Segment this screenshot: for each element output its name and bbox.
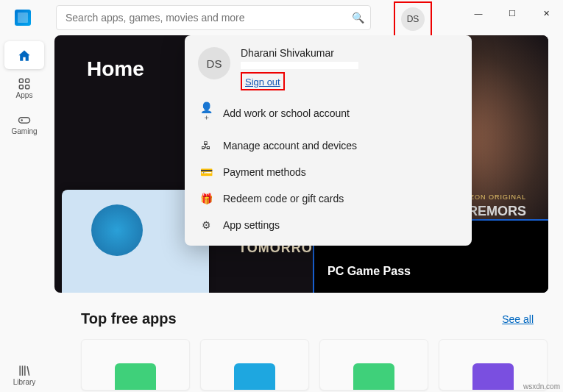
app-tile[interactable] <box>319 339 428 391</box>
minimize-button[interactable]: — <box>461 0 495 26</box>
close-button[interactable]: ✕ <box>529 0 563 26</box>
sidebar-item-label: Apps <box>16 91 33 99</box>
apps-icon <box>17 76 32 91</box>
flyout-row-label: Redeem code or gift cards <box>223 193 344 204</box>
flyout-avatar: DS <box>198 47 230 79</box>
account-flyout: DS Dharani Shivakumar Sign out 👤⁺ Add wo… <box>185 35 472 246</box>
payment-icon: 💳 <box>199 166 213 178</box>
flyout-row-label: Payment methods <box>223 166 306 178</box>
user-avatar-button[interactable]: DS <box>401 7 425 31</box>
avatar-highlight: DS <box>394 1 432 37</box>
app-tile[interactable] <box>81 339 190 391</box>
svg-rect-3 <box>26 85 29 89</box>
sidebar-item-library[interactable]: Library <box>4 356 44 392</box>
maximize-button[interactable]: ☐ <box>495 0 529 26</box>
search-icon[interactable]: 🔍 <box>345 12 370 24</box>
gear-icon: ⚙ <box>199 219 213 231</box>
flyout-app-settings[interactable]: ⚙ App settings <box>185 212 472 238</box>
app-tile-art <box>353 363 394 390</box>
flyout-payment-methods[interactable]: 💳 Payment methods <box>185 159 472 185</box>
sidebar-item-label: Library <box>13 378 36 386</box>
flyout-redeem-code[interactable]: 🎁 Redeem code or gift cards <box>185 185 472 212</box>
account-name: Dharani Shivakumar <box>241 47 458 59</box>
app-tiles-row <box>49 330 563 391</box>
flyout-row-label: Manage account and devices <box>223 140 357 152</box>
gift-icon: 🎁 <box>199 193 213 204</box>
account-email-redacted <box>241 62 358 69</box>
sidebar-item-home[interactable] <box>4 41 44 69</box>
library-icon <box>17 363 32 378</box>
flyout-add-work-account[interactable]: 👤⁺ Add work or school account <box>185 94 472 132</box>
svg-rect-2 <box>19 85 23 89</box>
see-all-link[interactable]: See all <box>502 313 534 325</box>
home-icon <box>17 49 32 63</box>
app-tile[interactable] <box>200 339 309 391</box>
sign-out-highlight: Sign out <box>241 72 285 90</box>
sidebar-item-label: Gaming <box>11 127 37 135</box>
svg-rect-0 <box>19 79 23 82</box>
gaming-icon <box>17 113 32 127</box>
manage-account-icon: 🖧 <box>199 140 213 152</box>
flyout-row-label: App settings <box>223 219 280 231</box>
hero-card-label: PC Game Pass <box>327 265 411 277</box>
svg-rect-4 <box>19 118 30 124</box>
app-tile-art <box>234 363 275 390</box>
flyout-row-label: Add work or school account <box>223 107 350 119</box>
section-title: Top free apps <box>81 310 177 327</box>
store-logo-icon <box>15 10 31 26</box>
sidebar-item-gaming[interactable]: Gaming <box>4 105 44 141</box>
add-account-icon: 👤⁺ <box>199 101 213 125</box>
app-tile-art <box>472 363 514 390</box>
watermark: wsxdn.com <box>523 382 560 391</box>
search-box[interactable]: 🔍 <box>56 5 371 30</box>
app-tile-art <box>115 363 156 390</box>
search-input[interactable] <box>57 12 345 24</box>
svg-rect-1 <box>26 79 29 82</box>
flyout-manage-account[interactable]: 🖧 Manage account and devices <box>185 132 472 159</box>
sign-out-link[interactable]: Sign out <box>245 76 280 88</box>
sidebar-item-apps[interactable]: Apps <box>4 69 44 105</box>
page-title: Home <box>87 57 144 81</box>
